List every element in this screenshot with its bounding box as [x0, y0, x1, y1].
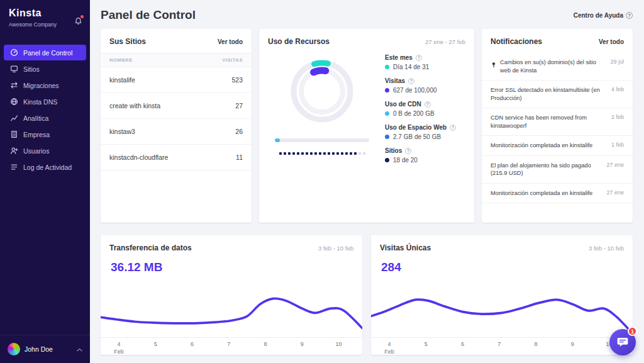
- dashboard-icon: [10, 48, 18, 57]
- x-tick-label: 6: [461, 341, 464, 349]
- metric-value: 2.7 GB de 50 GB: [393, 133, 441, 140]
- sidebar-item-dashboard[interactable]: Panel de Control: [4, 45, 86, 60]
- info-icon[interactable]: ?: [425, 101, 431, 108]
- sites-icon: [10, 65, 18, 73]
- sidebar-item-label: Log de Actividad: [23, 164, 72, 171]
- notification-item[interactable]: El plan del alojamiento ha sido pagado (…: [482, 156, 633, 184]
- sidebar-item-label: Usuarios: [23, 147, 49, 155]
- table-row[interactable]: kinstaw326: [101, 119, 252, 145]
- notification-item[interactable]: Monitorización completada en kinstalife1…: [482, 136, 633, 156]
- sites-table-body: kinstalife523create with kinsta27kinstaw…: [101, 67, 252, 170]
- notification-date: 1 feb: [611, 142, 624, 148]
- data-transfer-card: Transferencia de datos 3 feb - 10 feb 36…: [101, 235, 362, 355]
- user-menu[interactable]: John Doe: [0, 335, 90, 363]
- notification-item[interactable]: Cambios en su(s) dominio(s) del sitio we…: [482, 53, 633, 81]
- notification-item[interactable]: Monitorización completada en kinstalife2…: [482, 184, 633, 204]
- site-usage-dot: [336, 152, 339, 155]
- notification-text: Cambios en su(s) dominio(s) del sitio we…: [500, 59, 603, 74]
- resources-date-range: 27 ene - 27 feb: [425, 38, 465, 45]
- site-visits: 26: [235, 128, 243, 135]
- notification-item[interactable]: CDN service has been removed from kinsta…: [482, 108, 633, 136]
- sidebar-item-label: Migraciones: [23, 82, 59, 89]
- chevron-up-icon: [77, 345, 82, 353]
- unique-visits-date-range: 3 feb - 10 feb: [589, 245, 624, 252]
- x-tick-label: 9: [571, 341, 574, 349]
- metric-value: 0 B de 200 GB: [393, 110, 435, 117]
- info-icon[interactable]: ?: [416, 55, 422, 61]
- sites-view-all-link[interactable]: Ver todo: [218, 38, 243, 45]
- legend-dot: [385, 158, 389, 162]
- chart-line: [371, 299, 633, 333]
- notification-date: 27 ene: [606, 162, 624, 168]
- resource-metric: Sitios? 18 de 20: [385, 147, 456, 164]
- sidebar-item-activity[interactable]: Log de Actividad: [4, 159, 86, 175]
- metric-value: 18 de 20: [393, 157, 418, 164]
- resource-metric: Uso de CDN? 0 B de 200 GB: [385, 101, 456, 117]
- notification-date: 4 feb: [611, 86, 624, 92]
- unique-visits-title: Visitas Únicas: [380, 243, 431, 252]
- site-visits: 27: [235, 102, 243, 109]
- table-row[interactable]: kinstacdn-cloudflare11: [101, 145, 252, 170]
- notification-item[interactable]: Error SSL detectado en kinstamultisite (…: [482, 81, 633, 108]
- site-usage-dot: [279, 152, 282, 155]
- sidebar-item-company[interactable]: Empresa: [4, 126, 86, 142]
- site-name: create with kinsta: [109, 102, 160, 109]
- users-icon: [10, 147, 18, 155]
- x-tick-label: 6: [191, 341, 194, 349]
- company-icon: [10, 130, 18, 138]
- metric-value: Día 14 de 31: [393, 64, 429, 70]
- x-tick-label: 7: [497, 341, 501, 349]
- sidebar-item-label: Kinsta DNS: [23, 98, 57, 106]
- sidebar-item-label: Panel de Control: [23, 49, 72, 57]
- info-icon[interactable]: ?: [405, 148, 411, 154]
- chat-widget-button[interactable]: 1: [609, 329, 636, 355]
- table-row[interactable]: create with kinsta27: [101, 93, 252, 119]
- x-tick-label: 10: [336, 341, 342, 349]
- help-icon: ?: [626, 12, 633, 19]
- main-content: Panel de Control Centro de Ayuda ? Sus S…: [90, 0, 644, 363]
- site-usage-dot: [323, 152, 326, 155]
- x-tick-label: 4Feb: [384, 341, 394, 355]
- sites-table-header: NOMBRE VISITAS: [101, 53, 252, 67]
- site-name: kinstaw3: [109, 128, 135, 135]
- sidebar-item-label: Sitios: [23, 65, 40, 73]
- notification-dot: [80, 15, 84, 18]
- data-transfer-total: 36.12 MB: [101, 259, 362, 274]
- sidebar-item-label: Empresa: [23, 131, 50, 138]
- notification-text: Monitorización completada en kinstalife: [491, 189, 599, 198]
- unique-visits-card: Visitas Únicas 3 feb - 10 feb 284 4Feb56…: [371, 235, 633, 355]
- sidebar-item-users[interactable]: Usuarios: [4, 143, 86, 159]
- info-icon[interactable]: ?: [408, 78, 414, 84]
- resource-metric: Visitas? 627 de 100,000: [385, 77, 456, 94]
- notification-date: 27 ene: [606, 189, 624, 196]
- resource-metrics-list: Este mes? Día 14 de 31Visitas? 627 de 10…: [385, 54, 456, 170]
- site-usage-dot: [332, 152, 335, 155]
- migrations-icon: [10, 81, 18, 89]
- pin-icon: [491, 59, 497, 70]
- unique-visits-total: 284: [371, 259, 633, 274]
- legend-dot: [385, 88, 389, 92]
- help-center-link[interactable]: Centro de Ayuda ?: [574, 12, 633, 19]
- x-tick-label: 8: [535, 341, 538, 349]
- x-tick-label: 7: [227, 341, 230, 349]
- info-icon[interactable]: ?: [450, 125, 456, 131]
- metric-label: Uso de CDN: [385, 101, 421, 108]
- sidebar-item-analytics[interactable]: Analítica: [4, 110, 86, 126]
- table-row[interactable]: kinstalife523: [101, 67, 252, 93]
- legend-dot: [385, 111, 389, 116]
- x-tick-label: 5: [154, 341, 157, 349]
- chat-unread-badge: 1: [628, 327, 637, 336]
- sidebar-item-sites[interactable]: Sitios: [4, 61, 86, 77]
- site-name: kinstacdn-cloudflare: [109, 154, 168, 161]
- site-usage-dot: [345, 152, 348, 155]
- avatar: [8, 343, 20, 355]
- notifications-bell-icon[interactable]: [74, 16, 82, 28]
- sidebar-item-migrations[interactable]: Migraciones: [4, 77, 86, 93]
- notifications-view-all-link[interactable]: Ver todo: [599, 38, 624, 45]
- notification-date: 2 feb: [611, 114, 624, 120]
- activity-log-icon: [10, 163, 18, 171]
- dns-icon: [10, 98, 18, 106]
- unique-visits-line-chart: [371, 274, 633, 337]
- metric-label: Este mes: [385, 54, 413, 61]
- sidebar-item-dns[interactable]: Kinsta DNS: [4, 94, 86, 109]
